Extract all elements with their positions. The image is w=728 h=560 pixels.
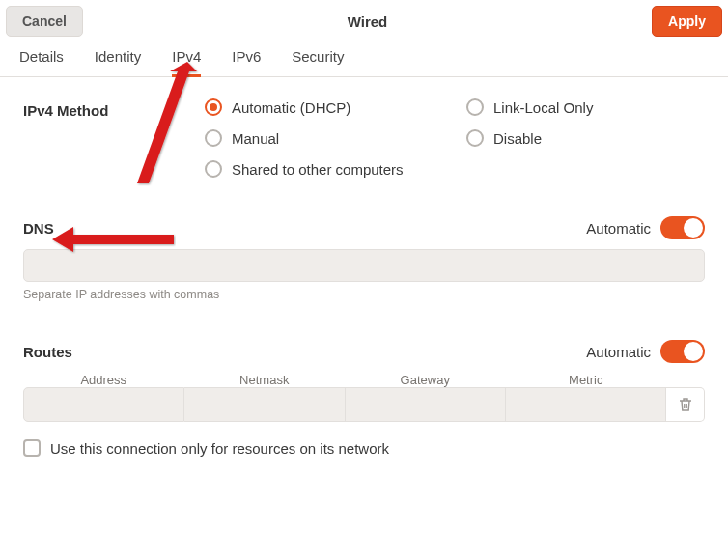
tab-details[interactable]: Details bbox=[19, 42, 64, 77]
radio-shared[interactable]: Shared to other computers bbox=[205, 160, 443, 178]
trash-icon bbox=[679, 397, 692, 412]
routes-section: Routes Automatic Address Netmask Gateway… bbox=[23, 340, 705, 457]
tabs: Details Identity IPv4 IPv6 Security bbox=[0, 42, 728, 77]
ipv4-method-label: IPv4 Method bbox=[23, 98, 205, 178]
tab-ipv6[interactable]: IPv6 bbox=[232, 42, 261, 77]
route-delete-button[interactable] bbox=[666, 387, 705, 422]
apply-button[interactable]: Apply bbox=[652, 6, 722, 37]
header: Cancel Wired Apply bbox=[0, 0, 728, 42]
dns-title: DNS bbox=[23, 220, 54, 237]
routes-title: Routes bbox=[23, 344, 72, 360]
radio-disable[interactable]: Disable bbox=[466, 129, 705, 147]
route-netmask-input[interactable] bbox=[184, 387, 345, 422]
radio-dot-icon bbox=[205, 129, 222, 147]
resources-only-label: Use this connection only for resources o… bbox=[50, 440, 389, 457]
route-gateway-input[interactable] bbox=[346, 387, 506, 422]
dns-section: DNS Automatic Separate IP addresses with… bbox=[23, 216, 705, 301]
radio-label: Shared to other computers bbox=[232, 161, 404, 178]
radio-dot-icon bbox=[205, 98, 222, 116]
routes-col-gateway: Gateway bbox=[345, 373, 506, 387]
radio-dot-icon bbox=[205, 160, 222, 178]
window-title: Wired bbox=[348, 14, 388, 30]
dns-automatic-toggle[interactable] bbox=[660, 216, 705, 239]
routes-automatic-toggle[interactable] bbox=[660, 340, 705, 363]
tab-identity[interactable]: Identity bbox=[95, 42, 141, 77]
routes-col-address: Address bbox=[23, 373, 184, 387]
route-metric-input[interactable] bbox=[506, 387, 666, 422]
routes-col-metric: Metric bbox=[506, 373, 667, 387]
radio-label: Manual bbox=[232, 130, 279, 147]
radio-label: Disable bbox=[493, 130, 542, 147]
radio-dot-icon bbox=[466, 98, 484, 116]
routes-row bbox=[23, 387, 705, 422]
tab-security[interactable]: Security bbox=[292, 42, 344, 77]
resources-only-checkbox[interactable] bbox=[23, 439, 41, 457]
radio-label: Automatic (DHCP) bbox=[232, 99, 350, 116]
tab-ipv4[interactable]: IPv4 bbox=[172, 42, 201, 77]
routes-col-netmask: Netmask bbox=[184, 373, 346, 387]
dns-input[interactable] bbox=[23, 249, 705, 282]
radio-automatic[interactable]: Automatic (DHCP) bbox=[205, 98, 443, 116]
radio-label: Link-Local Only bbox=[493, 99, 593, 116]
cancel-button[interactable]: Cancel bbox=[6, 6, 83, 37]
radio-manual[interactable]: Manual bbox=[205, 129, 443, 147]
radio-dot-icon bbox=[466, 129, 484, 147]
radio-link-local[interactable]: Link-Local Only bbox=[466, 98, 705, 116]
dns-automatic-label: Automatic bbox=[586, 220, 651, 237]
dns-helper-text: Separate IP addresses with commas bbox=[23, 288, 705, 301]
route-address-input[interactable] bbox=[23, 387, 184, 422]
routes-automatic-label: Automatic bbox=[586, 344, 651, 360]
